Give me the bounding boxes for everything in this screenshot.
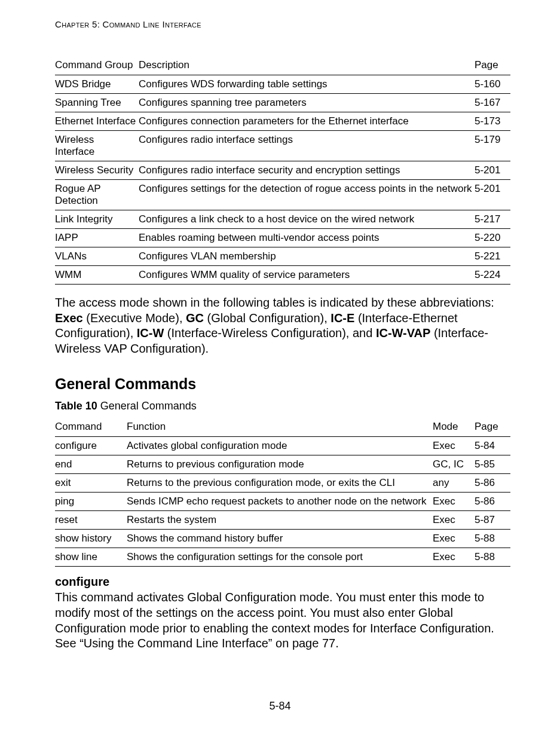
running-head: Chapter 5: Command Line Interface xyxy=(55,19,510,29)
cell-page: 5-179 xyxy=(475,131,510,161)
cell-command-group: VLANs xyxy=(55,247,139,266)
cell-command: end xyxy=(55,455,127,474)
text: (Executive Mode), xyxy=(83,311,186,325)
table-row: pingSends ICMP echo request packets to a… xyxy=(55,493,510,511)
cell-mode: Exec xyxy=(433,493,475,511)
abbr-exec: Exec xyxy=(55,311,83,325)
cell-function: Restarts the system xyxy=(127,511,433,530)
table-rule xyxy=(55,566,510,567)
text: (Interface-Wireless Configuration), and xyxy=(164,326,376,340)
page-number: 5-84 xyxy=(0,700,560,712)
cell-description: Configures VLAN membership xyxy=(139,247,475,266)
cell-mode: any xyxy=(433,474,475,493)
cell-description: Configures WMM quality of service parame… xyxy=(139,266,475,285)
text: (Global Configuration), xyxy=(204,311,331,325)
cell-page: 5-86 xyxy=(475,493,510,511)
table10-caption: Table 10 General Commands xyxy=(55,400,510,412)
access-mode-paragraph: The access mode shown in the following t… xyxy=(55,295,510,356)
table-row: Wireless SecurityConfigures radio interf… xyxy=(55,161,510,180)
table-row: IAPPEnables roaming between multi-vendor… xyxy=(55,229,510,247)
text: The access mode shown in the following t… xyxy=(55,296,494,309)
th-mode: Mode xyxy=(433,418,475,437)
cell-page: 5-87 xyxy=(475,511,510,530)
cell-command-group: Wireless Security xyxy=(55,161,139,180)
th-command: Command xyxy=(55,418,127,437)
table-row: WMMConfigures WMM quality of service par… xyxy=(55,266,510,285)
cell-command-group: Rogue AP Detection xyxy=(55,180,139,210)
cell-function: Sends ICMP echo request packets to anoth… xyxy=(127,493,433,511)
cell-page: 5-224 xyxy=(475,266,510,285)
cell-page: 5-85 xyxy=(475,455,510,474)
cell-page: 5-201 xyxy=(475,161,510,180)
subhead-configure: configure xyxy=(55,575,510,589)
table-row: Link IntegrityConfigures a link check to… xyxy=(55,210,510,229)
cell-function: Returns to previous configuration mode xyxy=(127,455,433,474)
cell-page: 5-221 xyxy=(475,247,510,266)
cell-function: Returns to the previous configuration mo… xyxy=(127,474,433,493)
table-row: Rogue AP DetectionConfigures settings fo… xyxy=(55,180,510,210)
cell-function: Activates global configuration mode xyxy=(127,437,433,455)
general-commands-table: Command Function Mode Page configureActi… xyxy=(55,418,510,566)
table-row: exitReturns to the previous configuratio… xyxy=(55,474,510,493)
cell-mode: Exec xyxy=(433,511,475,530)
cell-page: 5-217 xyxy=(475,210,510,229)
th-function: Function xyxy=(127,418,433,437)
th-page: Page xyxy=(475,418,510,437)
table-row: configureActivates global configuration … xyxy=(55,437,510,455)
cell-command: reset xyxy=(55,511,127,530)
table-row: show lineShows the configuration setting… xyxy=(55,548,510,567)
cell-function: Shows the configuration settings for the… xyxy=(127,548,433,567)
th-page: Page xyxy=(475,57,510,75)
table-row: resetRestarts the systemExec5-87 xyxy=(55,511,510,530)
cell-command-group: IAPP xyxy=(55,229,139,247)
th-command-group: Command Group xyxy=(55,57,139,75)
table-row: VLANsConfigures VLAN membership5-221 xyxy=(55,247,510,266)
abbr-ic-w-vap: IC-W-VAP xyxy=(376,326,430,340)
cell-command-group: Ethernet Interface xyxy=(55,112,139,131)
table-row: show historyShows the command history bu… xyxy=(55,530,510,548)
cell-description: Configures WDS forwarding table settings xyxy=(139,75,475,94)
cell-page: 5-88 xyxy=(475,548,510,567)
configure-paragraph: This command activates Global Configurat… xyxy=(55,590,510,651)
cell-page: 5-84 xyxy=(475,437,510,455)
cell-description: Enables roaming between multi-vendor acc… xyxy=(139,229,475,247)
table-row: Wireless InterfaceConfigures radio inter… xyxy=(55,131,510,161)
cell-page: 5-160 xyxy=(475,75,510,94)
cell-command-group: WDS Bridge xyxy=(55,75,139,94)
section-heading-general-commands: General Commands xyxy=(55,375,510,393)
cell-description: Configures spanning tree parameters xyxy=(139,94,475,112)
cell-description: Configures radio interface security and … xyxy=(139,161,475,180)
abbr-ic-w: IC-W xyxy=(137,326,164,340)
cell-page: 5-88 xyxy=(475,530,510,548)
table-row: Spanning TreeConfigures spanning tree pa… xyxy=(55,94,510,112)
table-row: endReturns to previous configuration mod… xyxy=(55,455,510,474)
cell-command: exit xyxy=(55,474,127,493)
cell-mode: Exec xyxy=(433,530,475,548)
cell-page: 5-167 xyxy=(475,94,510,112)
caption-label: Table 10 xyxy=(55,400,97,412)
cell-description: Configures radio interface settings xyxy=(139,131,475,161)
cell-mode: Exec xyxy=(433,548,475,567)
cell-command: ping xyxy=(55,493,127,511)
th-description: Description xyxy=(139,57,475,75)
cell-command: configure xyxy=(55,437,127,455)
cell-command-group: WMM xyxy=(55,266,139,285)
cell-page: 5-220 xyxy=(475,229,510,247)
table-row: WDS BridgeConfigures WDS forwarding tabl… xyxy=(55,75,510,94)
cell-function: Shows the command history buffer xyxy=(127,530,433,548)
cell-page: 5-201 xyxy=(475,180,510,210)
cell-description: Configures a link check to a host device… xyxy=(139,210,475,229)
table-rule xyxy=(55,284,510,285)
command-group-table: Command Group Description Page WDS Bridg… xyxy=(55,57,510,284)
cell-command-group: Spanning Tree xyxy=(55,94,139,112)
cell-command-group: Wireless Interface xyxy=(55,131,139,161)
cell-command-group: Link Integrity xyxy=(55,210,139,229)
cell-mode: Exec xyxy=(433,437,475,455)
abbr-ic-e: IC-E xyxy=(331,311,354,325)
cell-description: Configures connection parameters for the… xyxy=(139,112,475,131)
table-row: Ethernet InterfaceConfigures connection … xyxy=(55,112,510,131)
cell-command: show history xyxy=(55,530,127,548)
cell-page: 5-173 xyxy=(475,112,510,131)
caption-title: General Commands xyxy=(97,400,197,412)
cell-description: Configures settings for the detection of… xyxy=(139,180,475,210)
